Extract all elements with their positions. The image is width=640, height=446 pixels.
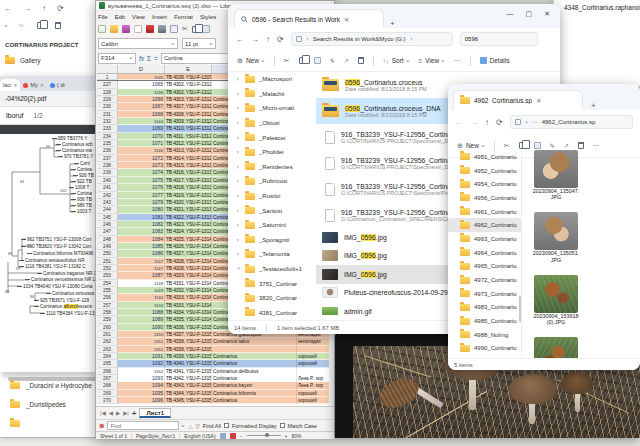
new-doc-icon[interactable] [98,25,106,33]
zoom-out-button[interactable]: − [240,433,243,439]
explorer-tab[interactable]: 0596 - Search Results in Work ✕ [234,9,384,28]
tree-leaf-label[interactable]: Cortinarius traganus NR 1 [43,271,96,276]
sidebar-folder-item[interactable]: > _Telamonia [228,247,314,262]
image-thumbnail[interactable]: 20230904_135051. JPG [530,212,582,262]
expand-chevron-icon[interactable]: > [237,135,241,141]
tree-leaf-label[interactable]: 1008 T [75,185,89,190]
cell-d[interactable]: 1092 [118,360,165,367]
copy-icon[interactable] [299,57,305,64]
sidebar-folder-item[interactable]: > _Saniosi [228,203,314,218]
cell-e[interactable]: TB 4345, YSU-F-13159 [165,397,212,404]
row-number[interactable]: 264 [97,353,118,360]
cell-d[interactable]: 1067 [118,103,165,110]
cell-d[interactable]: 1085 [118,243,165,250]
expand-chevron-icon[interactable]: > [237,178,241,184]
save-icon[interactable] [122,25,130,33]
breadcrumb[interactable]: > ··· 4962_Cortinarius.sp [510,115,633,129]
column-header-e[interactable]: E [165,65,212,73]
font-size-select[interactable]: 11 pt > [182,38,216,49]
cell-f[interactable]: Cortinarius [212,397,297,404]
share-icon[interactable]: ↗ [344,57,349,64]
tree-leaf-label[interactable]: 926 TB [79,173,94,178]
paste-icon[interactable] [202,25,210,33]
view-button[interactable]: ≡View> [419,57,445,64]
tree-leaf-label[interactable]: 936 TB [77,197,92,202]
row-number[interactable]: 249 [97,243,118,250]
cell-d[interactable]: 1086 [118,250,165,257]
cell-f[interactable]: Cortinarius [212,375,297,382]
cell-d[interactable]: 1134 [118,302,165,309]
sheet-tab[interactable]: Лист1 [139,408,171,418]
menu-item[interactable]: View [132,14,145,20]
cell-e[interactable]: TB 4324, YSU-F-13139 [165,228,212,235]
row-number[interactable]: 248 [97,236,118,243]
sidebar-folder-item[interactable]: > _Saturnini [228,218,314,233]
row-number[interactable]: 247 [97,228,118,235]
row-number[interactable]: 240 [97,177,118,184]
sidebar-folder-item[interactable]: 4961_Cortinariu [448,205,521,219]
breadcrumb-path[interactable]: 4962_Cortinarius.sp [542,119,596,125]
new-tab-button[interactable]: + [591,101,596,110]
expand-chevron-icon[interactable]: > [237,237,241,243]
expand-chevron-icon[interactable]: > [237,251,241,257]
add-sheet-button[interactable]: + [132,409,137,418]
row-number[interactable]: 232 [97,118,118,125]
tree-leaf-label[interactable]: 1116 TB4381 YSU-F-13182 C [25,264,86,269]
cell-d[interactable]: 1083 [118,228,165,235]
spreadsheet-row[interactable]: 268 1094 TB 4343, YSU-F-13157 Cortinariu… [97,382,334,389]
row-number[interactable]: 244 [97,206,118,213]
sidebar-folder-item[interactable]: > _Micro-ornati [228,101,314,116]
tree-leaf-label[interactable]: 922 TB [77,179,92,184]
sidebar-folder-item[interactable]: > _Testaceofolii+1 [228,262,314,277]
zoom-percent[interactable]: 80% [291,433,301,439]
cell-e[interactable]: TB 4307, YSU-F-13122 [165,103,212,110]
equals-icon[interactable]: = [154,55,158,62]
cell-d[interactable]: 1144 [118,118,165,125]
delete-icon[interactable] [358,57,364,64]
cell-e[interactable]: TB 4311, YSU-F-13126 [165,133,212,140]
row-number[interactable]: 257 [97,302,118,309]
sidebar-folder-item[interactable]: > _Obtusi [228,116,314,131]
spreadsheet-row[interactable]: 263 1151 TB 4338, YSU-F-13152 [97,346,334,353]
zoom-slider-handle[interactable] [265,433,269,437]
spreadsheet-row[interactable]: 269 1095 TB 4344, YSU-F-13158 Cortinariu… [97,390,334,397]
search-box[interactable]: 0596 [460,32,538,46]
new-tab-button[interactable]: + [390,19,395,28]
copy-icon[interactable] [37,22,43,29]
cell-e[interactable]: TB 4309, YSU-F-13124 [165,118,212,125]
paste-icon[interactable] [314,57,321,64]
tree-leaf-label[interactable]: Cortina [77,191,92,196]
cell-e[interactable]: TB 4341, YSU-F-13155 [165,368,212,375]
image-thumbnail[interactable]: 20230904_153618. JPG [530,337,582,358]
cell-d[interactable]: 1072 [118,155,165,162]
cell-e[interactable]: TB 4328, YSU-F-13143 [165,265,212,272]
sidebar-folder-item[interactable]: > _Rustici [228,189,314,204]
cell-d[interactable]: 1090 [118,324,165,331]
cell-d[interactable]: 1095 [118,390,165,397]
tree-leaf-label[interactable]: Cortinarius ma [62,148,92,153]
cell-d[interactable]: 1149 [118,287,165,294]
back-icon[interactable]: ← [455,118,463,127]
row-number[interactable]: 228 [97,89,118,96]
cell-d[interactable]: 1093 [118,375,165,382]
find-next-icon[interactable]: ▽ [196,423,200,429]
row-number[interactable]: 234 [97,133,118,140]
sidebar-folder-item[interactable]: 4954_Cortinariu [448,177,521,191]
cell-d[interactable]: 1151 [118,346,165,353]
cell-e[interactable]: TB 4039, YSU-F-13079 [165,74,212,80]
cell-d[interactable]: 1071 [118,140,165,147]
sort-button[interactable]: ↑↓Sort> [383,57,410,64]
row-number[interactable]: 231 [97,111,118,118]
breadcrumb[interactable]: > Search Results in Work&Myco (G:) > [291,32,453,46]
cell-e[interactable]: TB 4334, YSU-F-13148 [165,309,212,316]
cell-d[interactable]: 1079 [118,199,165,206]
new-button[interactable]: ⊕New> [237,57,265,65]
breadcrumb-path[interactable]: Search Results in Work&Myco (G:) [313,36,406,42]
minimize-button[interactable]: — [507,10,514,18]
row-number[interactable]: 252 [97,265,118,272]
row-number[interactable]: 262 [97,338,118,345]
cell-d[interactable]: 1151 [118,338,165,345]
cell-e[interactable]: TB 4319, YSU-F-13134 [165,192,212,199]
sum-icon[interactable]: Σ [147,55,151,62]
menu-item[interactable]: File [98,14,108,20]
